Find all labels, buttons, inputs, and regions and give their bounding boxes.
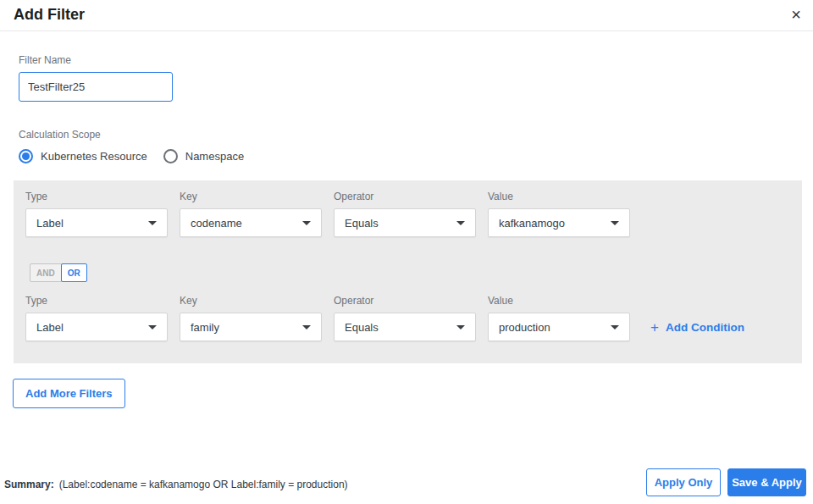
summary: Summary:(Label:codename = kafkanamogo OR… — [4, 479, 348, 490]
add-condition-button[interactable]: + Add Condition — [650, 320, 744, 335]
dialog-header: Add Filter × — [0, 0, 813, 31]
operator-label: Operator — [334, 191, 476, 202]
key-dropdown[interactable]: family — [180, 313, 322, 341]
value-dropdown[interactable]: production — [488, 313, 630, 341]
chevron-down-icon — [148, 325, 157, 330]
operator-label: Operator — [334, 295, 476, 307]
calculation-scope-options: Kubernetes Resource Namespace — [19, 149, 244, 163]
type-label: Type — [25, 191, 168, 202]
and-toggle[interactable]: AND — [30, 263, 62, 282]
key-dropdown[interactable]: codename — [180, 208, 322, 237]
add-more-filters-button[interactable]: Add More Filters — [13, 379, 125, 408]
type-value: Label — [36, 321, 64, 334]
filter-name-label: Filter Name — [19, 54, 71, 66]
type-dropdown[interactable]: Label — [25, 208, 168, 237]
type-label: Type — [25, 295, 168, 307]
chevron-down-icon — [611, 221, 619, 225]
type-field: Type Label — [25, 191, 168, 237]
chevron-down-icon — [302, 325, 311, 330]
operator-field: Operator Equals — [334, 295, 476, 341]
summary-label: Summary: — [4, 479, 54, 490]
chevron-down-icon — [611, 325, 619, 330]
condition-row-1: Type Label Key codename Operator Equals … — [25, 191, 630, 237]
type-value: Label — [36, 217, 64, 230]
apply-only-button[interactable]: Apply Only — [646, 468, 721, 496]
value-field: Value production — [488, 295, 630, 341]
page-title: Add Filter — [14, 6, 85, 24]
operator-dropdown[interactable]: Equals — [334, 208, 476, 237]
operator-dropdown[interactable]: Equals — [334, 313, 476, 341]
value-label: Value — [488, 191, 630, 202]
radio-kubernetes-resource[interactable]: Kubernetes Resource — [19, 149, 147, 163]
chevron-down-icon — [148, 221, 157, 225]
add-condition-label: Add Condition — [666, 321, 744, 334]
key-label: Key — [180, 295, 322, 307]
value-value: kafkanamogo — [499, 217, 565, 230]
value-dropdown[interactable]: kafkanamogo — [488, 208, 630, 237]
filter-name-input[interactable] — [19, 72, 173, 102]
summary-text: (Label:codename = kafkanamogo OR Label:f… — [59, 479, 348, 490]
key-field: Key family — [180, 295, 322, 341]
value-label: Value — [488, 295, 630, 307]
radio-label: Kubernetes Resource — [41, 150, 147, 163]
or-toggle[interactable]: OR — [61, 263, 87, 282]
key-label: Key — [180, 191, 322, 202]
logic-toggle: AND OR — [30, 263, 87, 282]
radio-selected-icon — [19, 149, 33, 163]
condition-row-2: Type Label Key family Operator Equals Va… — [25, 295, 630, 341]
value-value: production — [499, 321, 550, 334]
plus-icon: + — [650, 320, 659, 335]
value-field: Value kafkanamogo — [488, 191, 630, 237]
save-and-apply-button[interactable]: Save & Apply — [727, 468, 806, 496]
operator-value: Equals — [345, 321, 379, 334]
chevron-down-icon — [456, 221, 465, 225]
close-icon[interactable]: × — [785, 3, 807, 25]
type-dropdown[interactable]: Label — [25, 313, 168, 341]
key-value: codename — [191, 217, 242, 230]
chevron-down-icon — [302, 221, 311, 225]
radio-namespace[interactable]: Namespace — [163, 149, 244, 163]
radio-label: Namespace — [185, 150, 244, 163]
calculation-scope-label: Calculation Scope — [19, 129, 101, 141]
operator-value: Equals — [345, 217, 379, 230]
operator-field: Operator Equals — [334, 191, 476, 237]
key-value: family — [191, 321, 219, 334]
chevron-down-icon — [456, 325, 465, 330]
radio-unselected-icon — [163, 149, 178, 163]
conditions-panel: Type Label Key codename Operator Equals … — [14, 180, 802, 363]
key-field: Key codename — [180, 191, 322, 237]
type-field: Type Label — [25, 295, 168, 341]
